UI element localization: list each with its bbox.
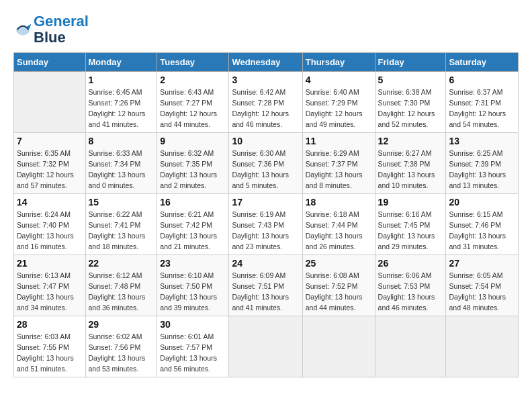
day-number: 21 bbox=[17, 258, 83, 269]
calendar-cell: 20Sunrise: 6:15 AMSunset: 7:46 PMDayligh… bbox=[446, 194, 519, 255]
logo: GeneralBlue bbox=[13, 13, 89, 46]
calendar-cell: 23Sunrise: 6:10 AMSunset: 7:50 PMDayligh… bbox=[157, 255, 229, 316]
day-info: Sunrise: 6:10 AMSunset: 7:50 PMDaylight:… bbox=[160, 271, 226, 313]
calendar-cell: 4Sunrise: 6:40 AMSunset: 7:29 PMDaylight… bbox=[302, 72, 375, 133]
day-number: 30 bbox=[160, 319, 226, 330]
calendar-table: SundayMondayTuesdayWednesdayThursdayFrid… bbox=[13, 52, 519, 377]
day-number: 18 bbox=[306, 197, 372, 208]
day-info: Sunrise: 6:19 AMSunset: 7:43 PMDaylight:… bbox=[232, 210, 299, 252]
calendar-week-5: 28Sunrise: 6:03 AMSunset: 7:55 PMDayligh… bbox=[14, 316, 519, 377]
day-info: Sunrise: 6:02 AMSunset: 7:56 PMDaylight:… bbox=[89, 332, 154, 374]
day-header-sunday: Sunday bbox=[14, 53, 86, 72]
calendar-cell: 22Sunrise: 6:12 AMSunset: 7:48 PMDayligh… bbox=[85, 255, 157, 316]
day-info: Sunrise: 6:05 AMSunset: 7:54 PMDaylight:… bbox=[449, 271, 515, 313]
day-info: Sunrise: 6:43 AMSunset: 7:27 PMDaylight:… bbox=[160, 87, 226, 130]
day-number: 27 bbox=[449, 258, 515, 269]
day-number: 11 bbox=[306, 136, 372, 146]
calendar-week-1: 1Sunrise: 6:45 AMSunset: 7:26 PMDaylight… bbox=[14, 72, 519, 133]
day-number: 16 bbox=[160, 197, 226, 208]
day-number: 19 bbox=[378, 197, 443, 208]
calendar-body: 1Sunrise: 6:45 AMSunset: 7:26 PMDaylight… bbox=[14, 72, 519, 377]
calendar-cell: 6Sunrise: 6:37 AMSunset: 7:31 PMDaylight… bbox=[446, 72, 519, 133]
logo-icon bbox=[13, 20, 32, 39]
day-header-thursday: Thursday bbox=[302, 53, 375, 72]
day-info: Sunrise: 6:09 AMSunset: 7:51 PMDaylight:… bbox=[232, 271, 299, 313]
day-info: Sunrise: 6:06 AMSunset: 7:53 PMDaylight:… bbox=[378, 271, 443, 313]
day-number: 5 bbox=[378, 75, 443, 85]
day-number: 20 bbox=[449, 197, 515, 208]
calendar-cell: 21Sunrise: 6:13 AMSunset: 7:47 PMDayligh… bbox=[14, 255, 86, 316]
day-number: 25 bbox=[306, 258, 372, 269]
day-info: Sunrise: 6:21 AMSunset: 7:42 PMDaylight:… bbox=[160, 210, 226, 252]
day-info: Sunrise: 6:22 AMSunset: 7:41 PMDaylight:… bbox=[89, 210, 154, 252]
calendar-cell: 19Sunrise: 6:16 AMSunset: 7:45 PMDayligh… bbox=[375, 194, 446, 255]
calendar-cell: 18Sunrise: 6:18 AMSunset: 7:44 PMDayligh… bbox=[302, 194, 375, 255]
day-info: Sunrise: 6:27 AMSunset: 7:38 PMDaylight:… bbox=[378, 148, 443, 191]
day-header-monday: Monday bbox=[85, 53, 157, 72]
day-info: Sunrise: 6:24 AMSunset: 7:40 PMDaylight:… bbox=[17, 210, 83, 252]
calendar-cell: 15Sunrise: 6:22 AMSunset: 7:41 PMDayligh… bbox=[85, 194, 157, 255]
calendar-cell: 12Sunrise: 6:27 AMSunset: 7:38 PMDayligh… bbox=[375, 133, 446, 194]
logo-text: GeneralBlue bbox=[34, 13, 89, 46]
calendar-cell: 16Sunrise: 6:21 AMSunset: 7:42 PMDayligh… bbox=[157, 194, 229, 255]
day-info: Sunrise: 6:08 AMSunset: 7:52 PMDaylight:… bbox=[306, 271, 372, 313]
day-number: 3 bbox=[232, 75, 299, 85]
calendar-cell: 17Sunrise: 6:19 AMSunset: 7:43 PMDayligh… bbox=[229, 194, 302, 255]
calendar-cell: 7Sunrise: 6:35 AMSunset: 7:32 PMDaylight… bbox=[14, 133, 86, 194]
day-number: 4 bbox=[306, 75, 372, 85]
day-info: Sunrise: 6:29 AMSunset: 7:37 PMDaylight:… bbox=[306, 148, 372, 191]
day-number: 29 bbox=[89, 319, 154, 330]
calendar-cell bbox=[302, 316, 375, 377]
day-info: Sunrise: 6:03 AMSunset: 7:55 PMDaylight:… bbox=[17, 332, 83, 374]
day-info: Sunrise: 6:13 AMSunset: 7:47 PMDaylight:… bbox=[17, 271, 83, 313]
day-number: 12 bbox=[378, 136, 443, 146]
calendar-cell: 29Sunrise: 6:02 AMSunset: 7:56 PMDayligh… bbox=[85, 316, 157, 377]
day-number: 15 bbox=[89, 197, 154, 208]
day-info: Sunrise: 6:18 AMSunset: 7:44 PMDaylight:… bbox=[306, 210, 372, 252]
day-info: Sunrise: 6:12 AMSunset: 7:48 PMDaylight:… bbox=[89, 271, 154, 313]
calendar-cell: 26Sunrise: 6:06 AMSunset: 7:53 PMDayligh… bbox=[375, 255, 446, 316]
day-number: 14 bbox=[17, 197, 83, 208]
day-header-wednesday: Wednesday bbox=[229, 53, 302, 72]
calendar-week-4: 21Sunrise: 6:13 AMSunset: 7:47 PMDayligh… bbox=[14, 255, 519, 316]
day-info: Sunrise: 6:01 AMSunset: 7:57 PMDaylight:… bbox=[160, 332, 226, 374]
day-info: Sunrise: 6:25 AMSunset: 7:39 PMDaylight:… bbox=[449, 148, 515, 191]
calendar-cell: 14Sunrise: 6:24 AMSunset: 7:40 PMDayligh… bbox=[14, 194, 86, 255]
day-info: Sunrise: 6:30 AMSunset: 7:36 PMDaylight:… bbox=[232, 148, 299, 191]
calendar-week-3: 14Sunrise: 6:24 AMSunset: 7:40 PMDayligh… bbox=[14, 194, 519, 255]
day-number: 13 bbox=[449, 136, 515, 146]
calendar-cell: 8Sunrise: 6:33 AMSunset: 7:34 PMDaylight… bbox=[85, 133, 157, 194]
calendar-cell bbox=[14, 72, 86, 133]
day-number: 26 bbox=[378, 258, 443, 269]
calendar-cell: 9Sunrise: 6:32 AMSunset: 7:35 PMDaylight… bbox=[157, 133, 229, 194]
day-info: Sunrise: 6:42 AMSunset: 7:28 PMDaylight:… bbox=[232, 87, 299, 130]
day-number: 28 bbox=[17, 319, 83, 330]
calendar-cell: 27Sunrise: 6:05 AMSunset: 7:54 PMDayligh… bbox=[446, 255, 519, 316]
day-info: Sunrise: 6:32 AMSunset: 7:35 PMDaylight:… bbox=[160, 148, 226, 191]
day-info: Sunrise: 6:16 AMSunset: 7:45 PMDaylight:… bbox=[378, 210, 443, 252]
calendar-cell: 13Sunrise: 6:25 AMSunset: 7:39 PMDayligh… bbox=[446, 133, 519, 194]
calendar-cell: 30Sunrise: 6:01 AMSunset: 7:57 PMDayligh… bbox=[157, 316, 229, 377]
day-number: 1 bbox=[89, 75, 154, 85]
calendar-cell: 1Sunrise: 6:45 AMSunset: 7:26 PMDaylight… bbox=[85, 72, 157, 133]
day-info: Sunrise: 6:38 AMSunset: 7:30 PMDaylight:… bbox=[378, 87, 443, 130]
day-number: 22 bbox=[89, 258, 154, 269]
day-number: 7 bbox=[17, 136, 83, 146]
day-header-saturday: Saturday bbox=[446, 53, 519, 72]
day-number: 10 bbox=[232, 136, 299, 146]
calendar-cell: 25Sunrise: 6:08 AMSunset: 7:52 PMDayligh… bbox=[302, 255, 375, 316]
day-info: Sunrise: 6:15 AMSunset: 7:46 PMDaylight:… bbox=[449, 210, 515, 252]
day-number: 23 bbox=[160, 258, 226, 269]
calendar-cell: 24Sunrise: 6:09 AMSunset: 7:51 PMDayligh… bbox=[229, 255, 302, 316]
day-info: Sunrise: 6:35 AMSunset: 7:32 PMDaylight:… bbox=[17, 148, 83, 191]
day-info: Sunrise: 6:40 AMSunset: 7:29 PMDaylight:… bbox=[306, 87, 372, 130]
day-number: 6 bbox=[449, 75, 515, 85]
day-number: 9 bbox=[160, 136, 226, 146]
day-header-friday: Friday bbox=[375, 53, 446, 72]
day-info: Sunrise: 6:45 AMSunset: 7:26 PMDaylight:… bbox=[89, 87, 154, 130]
calendar-week-2: 7Sunrise: 6:35 AMSunset: 7:32 PMDaylight… bbox=[14, 133, 519, 194]
day-number: 24 bbox=[232, 258, 299, 269]
calendar-cell: 5Sunrise: 6:38 AMSunset: 7:30 PMDaylight… bbox=[375, 72, 446, 133]
day-number: 2 bbox=[160, 75, 226, 85]
day-number: 8 bbox=[89, 136, 154, 146]
